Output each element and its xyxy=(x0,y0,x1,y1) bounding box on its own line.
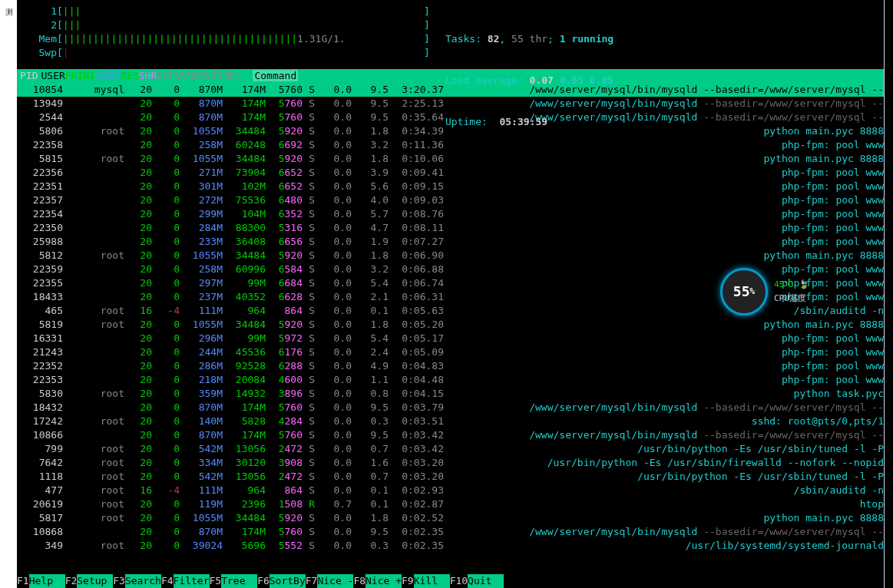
host-sidebar: 测 xyxy=(0,0,17,588)
process-row[interactable]: 5817root2001055M344845920S0.01.80:02.52 … xyxy=(17,511,884,525)
cpu-temp-widget[interactable]: 55% 45℃ 🍃 CPU温度 xyxy=(720,265,812,319)
fkey-label[interactable]: Nice + xyxy=(365,574,402,588)
fkey-label[interactable]: Search xyxy=(125,574,161,588)
process-row[interactable]: 5830root200359M149323896S0.00.80:04.15 p… xyxy=(17,387,884,401)
fkey-label[interactable]: Quit xyxy=(468,574,504,588)
process-row[interactable]: 21243200244M455366176S0.02.40:05.09 php-… xyxy=(17,345,884,359)
fkey-label[interactable]: Filter xyxy=(174,574,210,588)
process-row[interactable]: 17242root200140M58284284S0.00.30:03.51 s… xyxy=(17,415,884,428)
process-row[interactable]: 22350200284M883005316S0.04.70:08.11 php-… xyxy=(17,221,884,235)
sidebar-tab[interactable]: 测 xyxy=(0,0,17,3)
fkey-f6[interactable]: F6 xyxy=(257,574,270,588)
process-row[interactable]: 5815root2001055M344845920S0.01.80:10.06 … xyxy=(17,152,884,166)
fkey-label[interactable]: Kill xyxy=(414,574,450,588)
fkey-f4[interactable]: F4 xyxy=(161,574,174,588)
fkey-f10[interactable]: F10 xyxy=(450,574,468,588)
process-row[interactable]: 799root200542M130562472S0.00.70:03.42 /u… xyxy=(17,442,884,456)
fkey-f5[interactable]: F5 xyxy=(210,574,222,588)
fkey-f8[interactable]: F8 xyxy=(353,574,365,588)
fkey-f3[interactable]: F3 xyxy=(113,574,125,588)
process-row[interactable]: 1118root200542M130562472S0.00.70:03.20 /… xyxy=(17,470,884,484)
process-row[interactable]: 7642root200334M301203908S0.01.60:03.20 /… xyxy=(17,456,884,470)
footer-bar: F1Help F2Setup F3SearchF4FilterF5Tree F6… xyxy=(17,574,504,588)
process-row[interactable]: 10866200870M174M5760S0.09.50:03.42 /www/… xyxy=(17,428,884,442)
process-row[interactable]: 22352200286M925286288S0.04.90:04.83 php-… xyxy=(17,359,884,373)
process-row[interactable]: 22357200272M755366480S0.04.00:09.03 php-… xyxy=(17,193,884,207)
fkey-f7[interactable]: F7 xyxy=(306,574,318,588)
fkey-f2[interactable]: F2 xyxy=(65,574,78,588)
cpu-usage-circle: 55% xyxy=(720,268,768,315)
process-row[interactable]: 20619root200119M23961508R0.70.10:02.87 h… xyxy=(17,497,884,511)
fkey-label[interactable]: SortBy xyxy=(270,574,306,588)
fkey-f9[interactable]: F9 xyxy=(402,574,414,588)
process-row[interactable]: 16331200296M99M5972S0.05.40:05.17 php-fp… xyxy=(17,332,884,345)
fkey-label[interactable]: Setup xyxy=(77,574,113,588)
process-row[interactable]: 25988200233M364086656S0.01.90:07.27 php-… xyxy=(17,235,884,249)
cpu-temp-info: 45℃ 🍃 CPU温度 xyxy=(774,278,809,306)
fkey-label[interactable]: Nice - xyxy=(317,574,353,588)
fkey-f1[interactable]: F1 xyxy=(17,574,29,588)
process-row[interactable]: 18432200870M174M5760S0.09.50:03.79 /www/… xyxy=(17,401,884,415)
process-row[interactable]: 22351200301M102M6652S0.05.60:09.15 php-f… xyxy=(17,180,884,193)
process-row[interactable]: 5812root2001055M344845920S0.01.80:06.90 … xyxy=(17,249,884,263)
fkey-label[interactable]: Help xyxy=(29,574,65,588)
process-row[interactable]: 22353200218M200844600S0.01.10:04.48 php-… xyxy=(17,373,884,387)
htop-info: Tasks: 82, 55 thr; 1 running Load averag… xyxy=(445,5,614,143)
process-row[interactable]: 10868200870M174M5760S0.09.50:02.35 /www/… xyxy=(17,525,884,539)
process-row[interactable]: 22356200271M739046652S0.03.90:09.41 php-… xyxy=(17,166,884,180)
process-row[interactable]: 5819root2001055M344845920S0.01.80:05.20 … xyxy=(17,318,884,332)
process-row[interactable]: 477root16-4111M964864S0.00.10:02.93 /sbi… xyxy=(17,484,884,497)
fkey-label[interactable]: Tree xyxy=(221,574,257,588)
process-row[interactable]: 22354200299M104M6352S0.05.70:08.76 php-f… xyxy=(17,207,884,221)
process-row[interactable]: 349root2003902456965552S0.00.30:02.35 /u… xyxy=(17,539,884,553)
